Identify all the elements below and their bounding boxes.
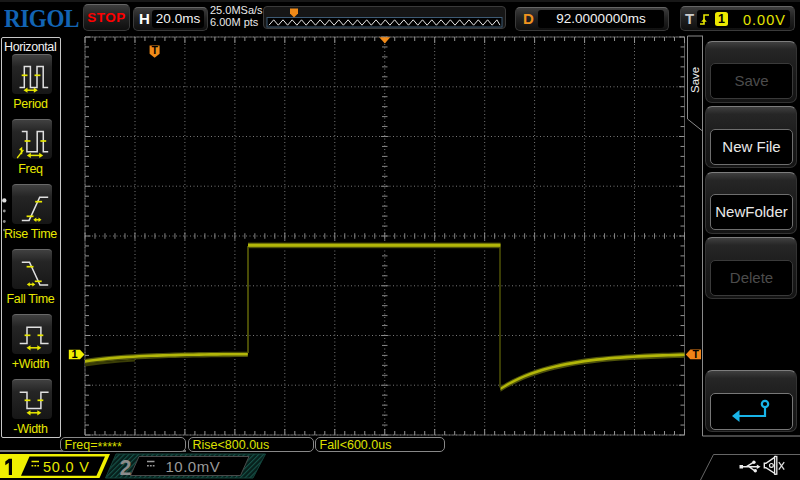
svg-text:1: 1 — [71, 348, 77, 360]
svg-text:2: 2 — [120, 456, 132, 480]
svg-text:T: T — [151, 44, 158, 56]
svg-text:10.0mV: 10.0mV — [166, 458, 221, 475]
svg-text:50.0 V: 50.0 V — [43, 459, 90, 475]
